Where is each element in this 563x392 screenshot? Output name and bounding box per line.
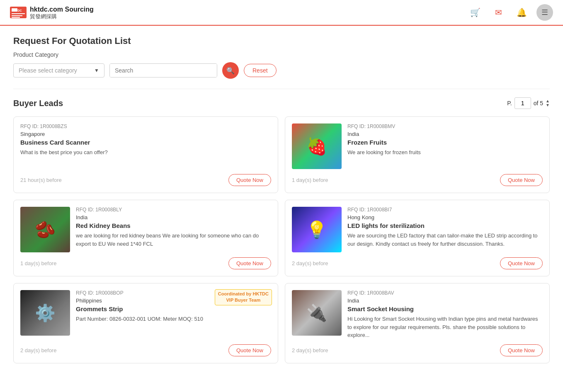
logo-area: HKTDC hktdc.com Sourcing 貿發網採購 [10, 5, 94, 20]
rfq-id: RFQ ID: 1R0008BMV [347, 123, 543, 129]
brand-name: hktdc.com Sourcing [30, 5, 94, 13]
divider [13, 89, 550, 89]
rfq-id: RFQ ID: 1R0008BLY [76, 207, 271, 213]
search-input-wrap [109, 63, 217, 77]
card-product-name: Frozen Fruits [347, 139, 543, 146]
card-footer: 2 day(s) before Quote Now [292, 257, 543, 269]
card-content: RFQ ID: 1R0008BAV India Smart Socket Hou… [347, 290, 543, 339]
card-image-grommets: ⚙️ [20, 290, 70, 336]
quote-now-button-2[interactable]: Quote Now [500, 174, 543, 186]
card-country: Hong Kong [347, 214, 543, 220]
card-country: Singapore [20, 131, 271, 137]
card-product-name: Grommets Strip [76, 305, 271, 312]
card-image-beans: 🫘 [20, 207, 70, 252]
page-arrows: ▲ ▼ [546, 99, 550, 107]
card-desc: we are looking for red kidney beans We a… [76, 232, 271, 248]
cart-button[interactable]: 🛒 [467, 4, 483, 21]
card-country: India [347, 131, 543, 137]
card-product-name: Red Kidney Beans [76, 222, 271, 229]
card-footer: 21 hour(s) before Quote Now [20, 174, 271, 186]
search-row: Please select category ▼ 🔍 Reset [13, 62, 550, 79]
rfq-id: RFQ ID: 1R0008BI7 [347, 207, 543, 213]
card-desc: Hi Looking for Smart Socket Housing with… [347, 315, 543, 339]
search-icon: 🔍 [226, 67, 235, 75]
card-country: India [76, 214, 271, 220]
category-select[interactable]: Please select category ▼ [13, 63, 104, 77]
quote-now-button-1[interactable]: Quote Now [228, 174, 271, 186]
card-smart-socket: 🔌 RFQ ID: 1R0008BAV India Smart Socket H… [285, 283, 550, 363]
card-time: 2 day(s) before [292, 347, 328, 353]
card-frozen-fruits: 🍓 RFQ ID: 1R0008BMV India Frozen Fruits … [285, 116, 550, 193]
grommets-icon: ⚙️ [35, 303, 56, 323]
search-button[interactable]: 🔍 [222, 62, 239, 79]
svg-text:HKTDC: HKTDC [12, 9, 22, 12]
reset-button[interactable]: Reset [244, 64, 277, 77]
card-product-name: Smart Socket Housing [347, 305, 543, 312]
category-placeholder: Please select category [19, 67, 77, 74]
mail-button[interactable]: ✉ [490, 4, 507, 21]
card-desc: Part Number: 0826-0032-001 UOM: Meter MO… [76, 315, 271, 323]
card-image-led: 💡 [292, 207, 342, 252]
card-product-name: Business Card Scanner [20, 139, 271, 146]
menu-button[interactable]: ☰ [536, 4, 553, 21]
card-inner: 🍓 RFQ ID: 1R0008BMV India Frozen Fruits … [292, 123, 543, 169]
card-time: 2 day(s) before [20, 347, 56, 353]
card-image-socket: 🔌 [292, 290, 342, 336]
card-product-name: LED lights for sterilization [347, 222, 543, 229]
leads-header: Buyer Leads P. of 5 ▲ ▼ [13, 97, 550, 109]
bell-button[interactable]: 🔔 [513, 4, 530, 21]
card-footer: 2 day(s) before Quote Now [292, 344, 543, 356]
card-inner: RFQ ID: 1R0008BZS Singapore Business Car… [20, 123, 271, 169]
quote-now-button-3[interactable]: Quote Now [228, 257, 271, 269]
page-number-input[interactable] [514, 97, 531, 109]
card-business-card-scanner: RFQ ID: 1R0008BZS Singapore Business Car… [13, 116, 278, 193]
card-content: RFQ ID: 1R0008BZS Singapore Business Car… [20, 123, 271, 169]
card-inner: 💡 RFQ ID: 1R0008BI7 Hong Kong LED lights… [292, 207, 543, 252]
card-content: RFQ ID: 1R0008BMV India Frozen Fruits We… [347, 123, 543, 169]
header: HKTDC hktdc.com Sourcing 貿發網採購 🛒 ✉ 🔔 ☰ [0, 0, 563, 26]
card-time: 21 hour(s) before [20, 177, 62, 183]
beans-icon: 🫘 [35, 220, 56, 240]
led-icon: 💡 [306, 220, 327, 240]
pagination: P. of 5 ▲ ▼ [507, 97, 550, 109]
svg-rect-0 [10, 7, 27, 18]
hktdc-logo-icon: HKTDC [10, 7, 27, 18]
leads-title: Buyer Leads [13, 99, 63, 108]
quote-now-button-6[interactable]: Quote Now [500, 344, 543, 356]
page-title: Request For Quotation List [13, 36, 550, 46]
card-footer: 1 day(s) before Quote Now [20, 257, 271, 269]
product-category-label: Product Category [13, 51, 550, 58]
card-content: RFQ ID: 1R0008BI7 Hong Kong LED lights f… [347, 207, 543, 252]
card-inner: 🫘 RFQ ID: 1R0008BLY India Red Kidney Bea… [20, 207, 271, 252]
socket-icon: 🔌 [306, 303, 327, 323]
cards-grid: RFQ ID: 1R0008BZS Singapore Business Car… [13, 116, 550, 363]
card-image-fruits: 🍓 [292, 123, 342, 169]
fruits-icon: 🍓 [306, 137, 327, 156]
rfq-id: RFQ ID: 1R0008BZS [20, 123, 271, 129]
card-time: 1 day(s) before [292, 177, 328, 183]
quote-now-button-5[interactable]: Quote Now [228, 344, 271, 356]
vip-badge: Coordinated by HKTDCVIP Buyer Team [215, 289, 272, 305]
card-time: 2 day(s) before [292, 260, 328, 266]
logo-text: hktdc.com Sourcing 貿發網採購 [30, 5, 94, 20]
card-country: India [347, 298, 543, 304]
main-content: Request For Quotation List Product Categ… [0, 26, 563, 373]
pagination-total: of 5 [534, 100, 543, 106]
card-footer: 2 day(s) before Quote Now [20, 344, 271, 356]
card-inner: 🔌 RFQ ID: 1R0008BAV India Smart Socket H… [292, 290, 543, 339]
quote-now-button-4[interactable]: Quote Now [500, 257, 543, 269]
card-led-lights: 💡 RFQ ID: 1R0008BI7 Hong Kong LED lights… [285, 200, 550, 276]
card-desc: We are sourcing the LED factory that can… [347, 232, 543, 248]
rfq-id: RFQ ID: 1R0008BAV [347, 290, 543, 296]
card-content: RFQ ID: 1R0008BLY India Red Kidney Beans… [76, 207, 271, 252]
search-input[interactable] [110, 64, 217, 77]
chevron-down-icon: ▼ [94, 68, 99, 73]
card-desc: We are looking for frozen fruits [347, 148, 543, 157]
brand-sub: 貿發網採購 [30, 13, 94, 20]
card-footer: 1 day(s) before Quote Now [292, 174, 543, 186]
card-red-kidney-beans: 🫘 RFQ ID: 1R0008BLY India Red Kidney Bea… [13, 200, 278, 276]
card-grommets-strip: Coordinated by HKTDCVIP Buyer Team ⚙️ RF… [13, 283, 278, 363]
card-time: 1 day(s) before [20, 260, 56, 266]
card-desc: What is the best price you can offer? [20, 148, 271, 157]
page-down-arrow[interactable]: ▼ [546, 103, 550, 107]
